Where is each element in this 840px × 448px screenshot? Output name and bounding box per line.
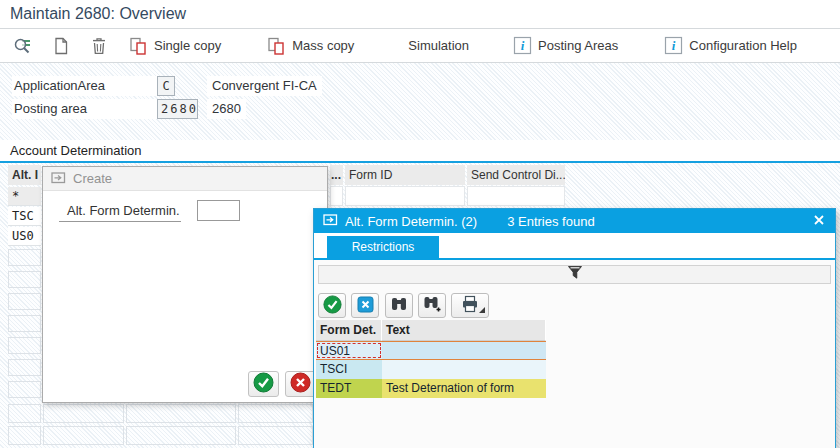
window-goto-icon <box>51 171 73 187</box>
popup-tab-strip: Restrictions <box>314 233 835 260</box>
tab-restrictions[interactable]: Restrictions <box>327 236 439 258</box>
table-cell-empty[interactable] <box>43 404 124 423</box>
configuration-help-button[interactable]: i Configuration Help <box>661 34 800 57</box>
table-row-us01[interactable]: US01 <box>316 341 546 360</box>
display-overview-icon <box>13 36 33 56</box>
find-button[interactable] <box>385 293 413 318</box>
cell-text[interactable] <box>382 342 546 359</box>
binoculars-plus-icon <box>423 295 441 316</box>
application-area-input[interactable]: C <box>157 76 175 96</box>
dropdown-corner-icon <box>479 307 485 313</box>
close-x-icon <box>812 213 826 230</box>
table-cell-empty[interactable] <box>8 271 41 288</box>
table-cell-empty[interactable] <box>8 404 41 423</box>
table-row-tedt[interactable]: TEDT Test Deternation of form <box>316 379 546 398</box>
table-row-key-tsc[interactable]: TSC <box>8 207 41 226</box>
posting-area-input[interactable]: 2680 <box>157 99 198 119</box>
table-cell-empty[interactable] <box>8 337 41 354</box>
table-cell-empty[interactable] <box>126 404 236 423</box>
create-dialog-titlebar[interactable]: Create <box>43 167 327 191</box>
print-button[interactable] <box>451 293 489 318</box>
info-icon: i <box>664 36 683 55</box>
popup-titlebar[interactable]: Alt. Form Determin. (2) 3 Entries found <box>314 209 835 233</box>
column-header-text[interactable]: Text <box>382 320 546 341</box>
table-row-tsci[interactable]: TSCI <box>316 360 546 379</box>
main-toolbar: Single copy Mass copy Simulation i Posti… <box>0 29 840 63</box>
cell-form-det[interactable]: TSCI <box>316 360 382 379</box>
posting-area-label: Posting area <box>12 99 158 119</box>
workspace: Alt. I ... Form ID Send Control Di... * … <box>0 163 840 448</box>
application-area-text: Convergent FI-CA <box>207 76 322 96</box>
svg-text:i: i <box>521 38 525 53</box>
table-cell-empty[interactable] <box>43 426 124 445</box>
cancel-x-icon <box>357 296 374 316</box>
simulation-label: Simulation <box>408 38 469 53</box>
table-cell-empty[interactable] <box>238 404 313 423</box>
new-page-icon <box>51 36 71 56</box>
alt-form-determin-input[interactable] <box>197 200 240 221</box>
cell-form-det[interactable]: US01 <box>316 342 382 359</box>
column-header-alt[interactable]: Alt. I <box>8 165 41 185</box>
configuration-help-label: Configuration Help <box>689 38 797 53</box>
mass-copy-label: Mass copy <box>292 38 354 53</box>
cell-form-det[interactable]: TEDT <box>316 379 382 398</box>
cancel-button[interactable] <box>351 293 379 318</box>
accept-button[interactable] <box>318 293 346 318</box>
page-title: Maintain 2680: Overview <box>10 5 186 23</box>
cell-text[interactable]: Test Deternation of form <box>382 379 546 398</box>
header-fields: ApplicationArea C Convergent FI-CA Posti… <box>0 63 840 140</box>
delete-button[interactable] <box>86 34 112 58</box>
table-cell-empty[interactable] <box>238 426 313 445</box>
table-cell-empty[interactable] <box>8 381 41 398</box>
table-cell-empty[interactable] <box>8 359 41 376</box>
single-copy-button[interactable]: Single copy <box>126 34 224 58</box>
value-help-table-header: Form Det. Text <box>316 320 546 341</box>
application-area-label: ApplicationArea <box>12 76 158 96</box>
svg-text:i: i <box>672 38 676 53</box>
mass-copy-button[interactable]: Mass copy <box>264 34 357 58</box>
table-row-key-star[interactable]: * <box>8 187 41 206</box>
accept-check-icon <box>253 372 274 396</box>
table-cell-empty[interactable] <box>330 186 343 206</box>
table-cell-empty[interactable] <box>345 186 465 206</box>
popup-close-button[interactable] <box>812 213 826 230</box>
accept-check-icon <box>323 295 342 317</box>
alt-form-determin-label: Alt. Form Determin. <box>59 203 181 222</box>
column-header-send-control[interactable]: Send Control Di... <box>467 165 565 185</box>
create-dialog: Create Alt. Form Determin. <box>42 166 328 403</box>
value-help-table: Form Det. Text US01 TSCI TEDT Test Deter… <box>316 320 546 398</box>
cell-text[interactable] <box>382 360 546 379</box>
simulation-button[interactable]: Simulation <box>405 36 472 55</box>
popup-toolbar <box>318 293 489 318</box>
table-cell-empty[interactable] <box>8 293 41 310</box>
dialog-cancel-button[interactable] <box>285 371 316 397</box>
column-header-form-det[interactable]: Form Det. <box>316 320 382 341</box>
find-next-button[interactable] <box>418 293 446 318</box>
posting-areas-button[interactable]: i Posting Areas <box>510 34 621 57</box>
table-cell-empty[interactable] <box>8 315 41 332</box>
table-cell-empty[interactable] <box>8 249 41 266</box>
window-goto-icon <box>323 213 338 229</box>
table-cell-empty[interactable] <box>8 426 41 445</box>
table-cell-empty[interactable] <box>467 186 565 206</box>
tab-accent-line <box>314 258 835 260</box>
posting-areas-label: Posting Areas <box>538 38 618 53</box>
table-row-key-us0[interactable]: US0 <box>8 227 41 246</box>
column-header-dots[interactable]: ... <box>330 165 343 185</box>
popup-title: Alt. Form Determin. (2) <box>345 214 477 229</box>
column-header-form-id[interactable]: Form ID <box>345 165 465 185</box>
info-icon: i <box>513 36 532 55</box>
table-cell-empty[interactable] <box>126 426 236 445</box>
funnel-filter-icon <box>567 265 583 284</box>
dialog-accept-button[interactable] <box>248 371 279 397</box>
filter-bar[interactable] <box>318 265 831 284</box>
display-overview-button[interactable] <box>10 34 36 58</box>
posting-area-text: 2680 <box>207 99 246 119</box>
printer-icon <box>461 295 479 316</box>
trash-icon <box>89 36 109 56</box>
section-header: Account Determination <box>0 140 840 163</box>
create-entry-button[interactable] <box>48 34 74 58</box>
copy-icon <box>129 36 148 56</box>
title-bar: Maintain 2680: Overview <box>0 0 840 29</box>
binoculars-icon <box>390 295 408 316</box>
